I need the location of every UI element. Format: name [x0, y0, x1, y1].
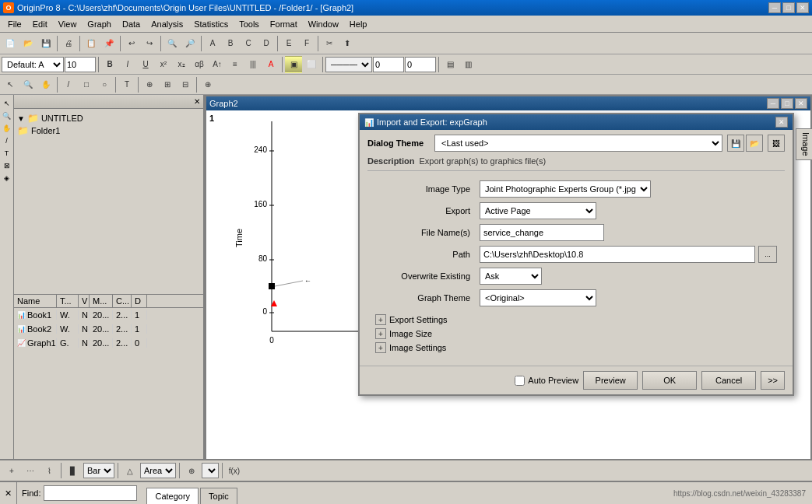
- table-row[interactable]: 📊 Book1 W. N 20... 2... 1: [14, 308, 203, 322]
- graph-maximize-btn[interactable]: □: [781, 98, 793, 109]
- menu-format[interactable]: Format: [265, 18, 302, 30]
- axes-tool[interactable]: ⊕: [141, 76, 158, 93]
- menu-data[interactable]: Data: [118, 18, 145, 30]
- zoom-tool-v[interactable]: 🔍: [2, 110, 12, 121]
- cut-button[interactable]: ✂: [321, 35, 338, 52]
- font-size-input[interactable]: [65, 57, 96, 72]
- add-plot-btn[interactable]: +: [3, 462, 20, 479]
- region-tool[interactable]: ⊠: [2, 160, 12, 171]
- color-A[interactable]: A: [262, 56, 279, 73]
- underline-button[interactable]: U: [137, 56, 154, 73]
- path-browse-button[interactable]: ...: [758, 246, 777, 263]
- tab-topic[interactable]: Topic: [200, 488, 237, 504]
- export-select[interactable]: Active Page: [480, 202, 596, 219]
- close-find-btn[interactable]: ✕: [0, 482, 17, 504]
- special-plot-btn[interactable]: ⊕: [183, 462, 200, 479]
- tree-root[interactable]: ▼ 📁 UNTITLED: [17, 112, 200, 124]
- align-button[interactable]: A↑: [209, 56, 226, 73]
- tb-btn-c[interactable]: C: [240, 35, 257, 52]
- data-selector[interactable]: ⊕: [199, 76, 216, 93]
- sidebar-close-button[interactable]: ✕: [194, 97, 200, 106]
- auto-preview-checkbox[interactable]: [515, 376, 525, 386]
- pointer-tool[interactable]: ↖: [2, 98, 12, 109]
- text-tool-v[interactable]: T: [2, 148, 12, 159]
- plot-type-select[interactable]: Bar: [83, 463, 114, 478]
- preview-button[interactable]: Preview: [583, 371, 638, 390]
- graph-minimize-btn[interactable]: ─: [767, 98, 779, 109]
- save-button[interactable]: 💾: [37, 35, 54, 52]
- menu-file[interactable]: File: [3, 18, 26, 30]
- theme-preview-img-btn[interactable]: 🖼: [768, 135, 785, 152]
- zoom-tool[interactable]: 🔍: [19, 76, 37, 93]
- special-chars-button[interactable]: αβ: [191, 56, 208, 73]
- menu-tools[interactable]: Tools: [234, 18, 264, 30]
- graph-theme-select[interactable]: <Original>: [480, 289, 596, 306]
- mask-tool[interactable]: ◈: [2, 173, 12, 184]
- menu-view[interactable]: View: [54, 18, 82, 30]
- col-name[interactable]: Name: [14, 295, 57, 307]
- line-width-input[interactable]: [373, 57, 404, 72]
- bar-btn[interactable]: ▊: [65, 462, 82, 479]
- layer-tool[interactable]: ⊞: [159, 76, 176, 93]
- export-settings-expand-icon[interactable]: +: [375, 314, 386, 325]
- menu-statistics[interactable]: Statistics: [189, 18, 233, 30]
- draw-rect[interactable]: □: [78, 76, 95, 93]
- graph-close-btn[interactable]: ✕: [795, 98, 807, 109]
- fill-color[interactable]: ▣: [285, 56, 302, 73]
- col-v[interactable]: V: [79, 295, 90, 307]
- select-tool[interactable]: ↖: [2, 76, 19, 93]
- image-type-select[interactable]: Joint Photographic Experts Group (*.jpg): [480, 180, 651, 198]
- table-row[interactable]: 📈 Graph1 G. N 20... 2... 0: [14, 336, 203, 350]
- image-size-expand-icon[interactable]: +: [375, 328, 386, 339]
- function-plot-btn[interactable]: f(x): [226, 462, 243, 479]
- overwrite-select[interactable]: Ask: [480, 268, 542, 285]
- print-button[interactable]: 🖨: [60, 35, 77, 52]
- line-color[interactable]: ⬜: [303, 56, 320, 73]
- menu-edit[interactable]: Edit: [28, 18, 52, 30]
- col-m[interactable]: M...: [90, 295, 113, 307]
- new-button[interactable]: 📄: [2, 35, 19, 52]
- col-t[interactable]: T...: [57, 295, 79, 307]
- menu-graph[interactable]: Graph: [83, 18, 116, 30]
- hand-tool[interactable]: ✋: [2, 123, 12, 134]
- auto-preview-control[interactable]: Auto Preview: [515, 376, 578, 386]
- image-settings-section[interactable]: + Image Settings: [367, 341, 785, 355]
- menu-window[interactable]: Window: [304, 18, 343, 30]
- draw-circle[interactable]: ○: [96, 76, 113, 93]
- maximize-button[interactable]: □: [782, 2, 795, 13]
- path-input[interactable]: [480, 246, 755, 263]
- image-settings-expand-icon[interactable]: +: [375, 342, 386, 353]
- expand-button[interactable]: >>: [761, 371, 785, 390]
- bold-button[interactable]: B: [101, 56, 118, 73]
- area-btn[interactable]: △: [121, 462, 139, 479]
- tb-btn-a[interactable]: A: [204, 35, 221, 52]
- pattern-btn2[interactable]: ▥: [459, 56, 476, 73]
- dialog-close-button[interactable]: ✕: [775, 117, 788, 128]
- italic-button[interactable]: I: [119, 56, 136, 73]
- close-button[interactable]: ✕: [796, 2, 809, 13]
- theme-save-btn[interactable]: 💾: [727, 135, 744, 152]
- draw-line[interactable]: /: [60, 76, 77, 93]
- ok-button[interactable]: OK: [642, 371, 697, 390]
- align-btn2[interactable]: ≡: [227, 56, 244, 73]
- align-btn3[interactable]: |||: [244, 56, 262, 73]
- scatter-btn[interactable]: ⋯: [22, 462, 39, 479]
- theme-select[interactable]: <Last used>: [434, 135, 722, 152]
- copy-button[interactable]: 📋: [83, 35, 100, 52]
- zoom-in-button[interactable]: 🔍: [163, 35, 181, 52]
- image-tab[interactable]: Image: [796, 128, 812, 160]
- tree-folder[interactable]: 📁 Folder1: [17, 124, 200, 137]
- theme-open-btn[interactable]: 📂: [746, 135, 763, 152]
- superscript-button[interactable]: x²: [155, 56, 172, 73]
- col-d[interactable]: D: [132, 295, 147, 307]
- find-input[interactable]: [44, 485, 137, 501]
- cancel-button[interactable]: Cancel: [701, 371, 756, 390]
- filename-input[interactable]: [480, 224, 604, 241]
- special-plot-select[interactable]: [202, 463, 219, 478]
- col-c[interactable]: C...: [113, 295, 132, 307]
- minimize-button[interactable]: ─: [768, 2, 781, 13]
- open-button[interactable]: 📂: [19, 35, 37, 52]
- move-button[interactable]: ⬆: [339, 35, 356, 52]
- paste-button[interactable]: 📌: [100, 35, 118, 52]
- tab-category[interactable]: Category: [146, 488, 199, 504]
